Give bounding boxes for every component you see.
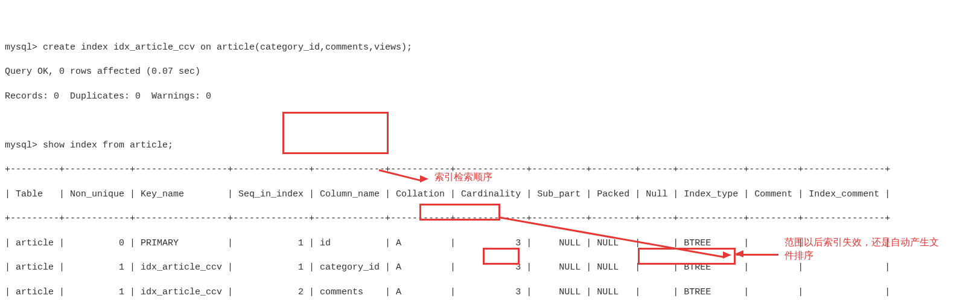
arrow-head-icon xyxy=(420,175,428,183)
terminal-line: Records: 0 Duplicates: 0 Warnings: 0 xyxy=(5,91,975,103)
table-header: | Table | Non_unique | Key_name | Seq_in… xyxy=(5,189,975,201)
annotation-text: 范围以后索引失效，还是自动产生文件排序 xyxy=(784,236,941,263)
table-separator: +---------+------------+----------------… xyxy=(5,213,975,225)
terminal-line xyxy=(5,115,975,127)
annotation-text: 索引检索顺序 xyxy=(434,170,492,184)
terminal-line: mysql> show index from article; xyxy=(5,140,975,152)
annotation-arrow xyxy=(736,254,778,256)
terminal-line: mysql> create index idx_article_ccv on a… xyxy=(5,42,975,54)
terminal-line: Query OK, 0 rows affected (0.07 sec) xyxy=(5,66,975,78)
table-row: | article | 1 | idx_article_ccv | 1 | ca… xyxy=(5,262,975,274)
arrow-head-icon xyxy=(735,250,743,257)
arrow-head-icon xyxy=(723,251,731,259)
table-row: | article | 1 | idx_article_ccv | 2 | co… xyxy=(5,286,975,299)
